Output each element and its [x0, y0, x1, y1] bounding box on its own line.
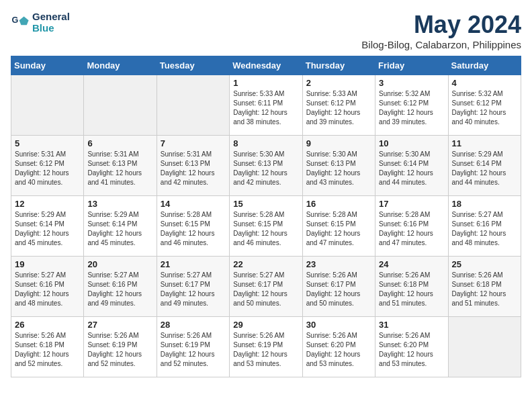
calendar-cell: 16Sunrise: 5:28 AMSunset: 6:15 PMDayligh…	[302, 196, 375, 257]
calendar-cell: 26Sunrise: 5:26 AMSunset: 6:18 PMDayligh…	[11, 317, 84, 377]
calendar-cell: 24Sunrise: 5:26 AMSunset: 6:18 PMDayligh…	[375, 257, 448, 317]
svg-marker-1	[19, 17, 29, 26]
day-info: Sunrise: 5:27 AMSunset: 6:17 PMDaylight:…	[161, 271, 226, 308]
calendar-table: SundayMondayTuesdayWednesdayThursdayFrid…	[11, 56, 521, 377]
calendar-cell: 19Sunrise: 5:27 AMSunset: 6:16 PMDayligh…	[11, 257, 84, 317]
calendar-cell: 3Sunrise: 5:32 AMSunset: 6:12 PMDaylight…	[375, 75, 448, 136]
calendar-cell: 20Sunrise: 5:27 AMSunset: 6:16 PMDayligh…	[84, 257, 157, 317]
calendar-cell: 1Sunrise: 5:33 AMSunset: 6:11 PMDaylight…	[230, 75, 302, 136]
calendar-cell	[448, 317, 521, 377]
calendar-week-row: 12Sunrise: 5:29 AMSunset: 6:14 PMDayligh…	[11, 196, 521, 257]
day-number: 23	[306, 259, 371, 269]
calendar-subtitle: Bilog-Bilog, Calabarzon, Philippines	[361, 39, 521, 50]
calendar-cell: 30Sunrise: 5:26 AMSunset: 6:20 PMDayligh…	[302, 317, 375, 377]
page-header: G General Blue May 2024 Bilog-Bilog, Cal…	[11, 11, 521, 50]
day-info: Sunrise: 5:26 AMSunset: 6:20 PMDaylight:…	[306, 331, 371, 369]
weekday-header: Wednesday	[230, 56, 302, 75]
calendar-cell: 9Sunrise: 5:30 AMSunset: 6:13 PMDaylight…	[302, 136, 375, 196]
weekday-header: Sunday	[11, 56, 84, 75]
day-number: 10	[379, 138, 444, 148]
calendar-cell: 22Sunrise: 5:27 AMSunset: 6:17 PMDayligh…	[230, 257, 302, 317]
calendar-cell: 29Sunrise: 5:26 AMSunset: 6:19 PMDayligh…	[230, 317, 302, 377]
day-info: Sunrise: 5:26 AMSunset: 6:18 PMDaylight:…	[452, 271, 517, 308]
calendar-cell: 23Sunrise: 5:26 AMSunset: 6:17 PMDayligh…	[302, 257, 375, 317]
calendar-cell: 13Sunrise: 5:29 AMSunset: 6:14 PMDayligh…	[84, 196, 157, 257]
day-info: Sunrise: 5:27 AMSunset: 6:16 PMDaylight:…	[452, 210, 517, 248]
calendar-week-row: 5Sunrise: 5:31 AMSunset: 6:12 PMDaylight…	[11, 136, 521, 196]
day-info: Sunrise: 5:28 AMSunset: 6:15 PMDaylight:…	[306, 210, 371, 248]
day-info: Sunrise: 5:33 AMSunset: 6:12 PMDaylight:…	[306, 89, 371, 127]
calendar-cell: 17Sunrise: 5:28 AMSunset: 6:16 PMDayligh…	[375, 196, 448, 257]
svg-text:G: G	[11, 15, 18, 25]
calendar-cell	[11, 75, 84, 136]
day-number: 16	[306, 199, 371, 209]
day-info: Sunrise: 5:26 AMSunset: 6:19 PMDaylight:…	[161, 331, 226, 369]
day-info: Sunrise: 5:30 AMSunset: 6:14 PMDaylight:…	[379, 150, 444, 187]
day-number: 9	[306, 138, 371, 148]
calendar-cell: 7Sunrise: 5:31 AMSunset: 6:13 PMDaylight…	[157, 136, 229, 196]
day-number: 2	[306, 78, 371, 88]
calendar-cell: 28Sunrise: 5:26 AMSunset: 6:19 PMDayligh…	[157, 317, 229, 377]
calendar-cell: 2Sunrise: 5:33 AMSunset: 6:12 PMDaylight…	[302, 75, 375, 136]
calendar-cell: 15Sunrise: 5:28 AMSunset: 6:15 PMDayligh…	[230, 196, 302, 257]
day-info: Sunrise: 5:29 AMSunset: 6:14 PMDaylight:…	[452, 150, 517, 187]
calendar-week-row: 19Sunrise: 5:27 AMSunset: 6:16 PMDayligh…	[11, 257, 521, 317]
calendar-title: May 2024	[361, 11, 521, 39]
day-number: 3	[379, 78, 444, 88]
day-info: Sunrise: 5:26 AMSunset: 6:18 PMDaylight:…	[15, 331, 80, 369]
calendar-cell: 10Sunrise: 5:30 AMSunset: 6:14 PMDayligh…	[375, 136, 448, 196]
day-info: Sunrise: 5:28 AMSunset: 6:15 PMDaylight:…	[233, 210, 298, 248]
day-info: Sunrise: 5:27 AMSunset: 6:17 PMDaylight:…	[233, 271, 298, 308]
day-number: 6	[87, 138, 152, 148]
day-info: Sunrise: 5:26 AMSunset: 6:19 PMDaylight:…	[87, 331, 152, 369]
day-number: 22	[233, 259, 298, 269]
day-number: 8	[233, 138, 298, 148]
calendar-cell: 21Sunrise: 5:27 AMSunset: 6:17 PMDayligh…	[157, 257, 229, 317]
day-number: 11	[452, 138, 517, 148]
weekday-header: Friday	[375, 56, 448, 75]
weekday-header: Monday	[84, 56, 157, 75]
title-block: May 2024 Bilog-Bilog, Calabarzon, Philip…	[361, 11, 521, 50]
day-number: 5	[15, 138, 80, 148]
calendar-week-row: 26Sunrise: 5:26 AMSunset: 6:18 PMDayligh…	[11, 317, 521, 377]
day-number: 29	[233, 320, 298, 330]
calendar-week-row: 1Sunrise: 5:33 AMSunset: 6:11 PMDaylight…	[11, 75, 521, 136]
calendar-cell	[157, 75, 229, 136]
day-number: 13	[87, 199, 152, 209]
day-number: 12	[15, 199, 80, 209]
calendar-cell: 25Sunrise: 5:26 AMSunset: 6:18 PMDayligh…	[448, 257, 521, 317]
logo: G General Blue	[11, 11, 70, 34]
day-info: Sunrise: 5:28 AMSunset: 6:15 PMDaylight:…	[161, 210, 226, 248]
day-number: 18	[452, 199, 517, 209]
calendar-cell: 27Sunrise: 5:26 AMSunset: 6:19 PMDayligh…	[84, 317, 157, 377]
day-info: Sunrise: 5:30 AMSunset: 6:13 PMDaylight:…	[306, 150, 371, 187]
calendar-cell: 6Sunrise: 5:31 AMSunset: 6:13 PMDaylight…	[84, 136, 157, 196]
logo-icon: G	[11, 13, 30, 32]
day-number: 19	[15, 259, 80, 269]
day-info: Sunrise: 5:30 AMSunset: 6:13 PMDaylight:…	[233, 150, 298, 187]
day-info: Sunrise: 5:28 AMSunset: 6:16 PMDaylight:…	[379, 210, 444, 248]
day-number: 28	[161, 320, 226, 330]
calendar-cell	[84, 75, 157, 136]
calendar-cell: 11Sunrise: 5:29 AMSunset: 6:14 PMDayligh…	[448, 136, 521, 196]
day-number: 7	[161, 138, 226, 148]
day-info: Sunrise: 5:27 AMSunset: 6:16 PMDaylight:…	[87, 271, 152, 308]
calendar-cell: 5Sunrise: 5:31 AMSunset: 6:12 PMDaylight…	[11, 136, 84, 196]
day-number: 15	[233, 199, 298, 209]
day-number: 26	[15, 320, 80, 330]
calendar-cell: 4Sunrise: 5:32 AMSunset: 6:12 PMDaylight…	[448, 75, 521, 136]
day-info: Sunrise: 5:33 AMSunset: 6:11 PMDaylight:…	[233, 89, 298, 127]
day-info: Sunrise: 5:27 AMSunset: 6:16 PMDaylight:…	[15, 271, 80, 308]
calendar-cell: 8Sunrise: 5:30 AMSunset: 6:13 PMDaylight…	[230, 136, 302, 196]
weekday-row: SundayMondayTuesdayWednesdayThursdayFrid…	[11, 56, 521, 75]
day-info: Sunrise: 5:29 AMSunset: 6:14 PMDaylight:…	[87, 210, 152, 248]
day-number: 30	[306, 320, 371, 330]
day-number: 31	[379, 320, 444, 330]
weekday-header: Thursday	[302, 56, 375, 75]
calendar-header: SundayMondayTuesdayWednesdayThursdayFrid…	[11, 56, 521, 75]
day-number: 25	[452, 259, 517, 269]
day-info: Sunrise: 5:31 AMSunset: 6:13 PMDaylight:…	[87, 150, 152, 187]
calendar-cell: 18Sunrise: 5:27 AMSunset: 6:16 PMDayligh…	[448, 196, 521, 257]
calendar-cell: 12Sunrise: 5:29 AMSunset: 6:14 PMDayligh…	[11, 196, 84, 257]
day-info: Sunrise: 5:32 AMSunset: 6:12 PMDaylight:…	[379, 89, 444, 127]
